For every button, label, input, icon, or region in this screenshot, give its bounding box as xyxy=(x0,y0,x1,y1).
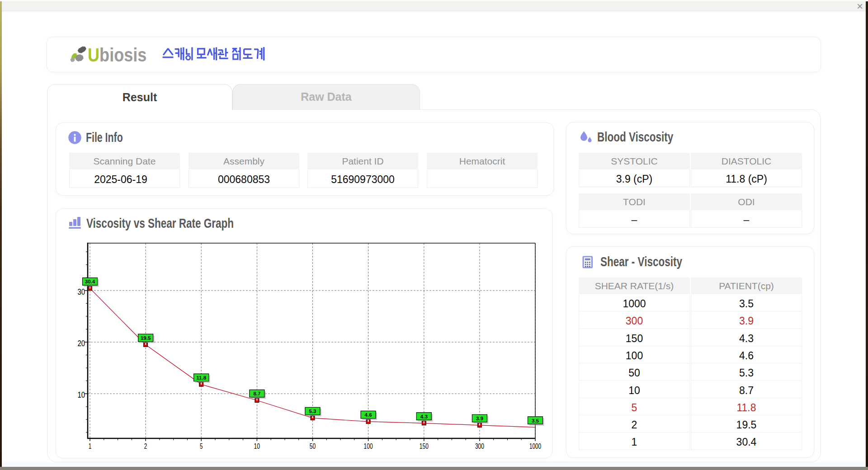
svg-text:3.5: 3.5 xyxy=(532,418,539,423)
svg-text:100: 100 xyxy=(364,442,373,451)
svg-text:20: 20 xyxy=(78,339,85,348)
svg-text:Ubiosis: Ubiosis xyxy=(88,44,146,66)
svg-text:30: 30 xyxy=(78,287,85,296)
svg-text:1000: 1000 xyxy=(529,442,541,451)
svg-text:19.5: 19.5 xyxy=(141,335,151,341)
svg-text:11.8: 11.8 xyxy=(196,375,206,381)
svg-text:30.4: 30.4 xyxy=(85,279,95,284)
svg-text:10: 10 xyxy=(78,390,85,400)
svg-text:50: 50 xyxy=(310,442,316,451)
svg-text:5: 5 xyxy=(200,442,203,451)
svg-text:3.9: 3.9 xyxy=(476,416,483,421)
svg-text:4.6: 4.6 xyxy=(365,412,372,418)
svg-text:2: 2 xyxy=(144,442,147,451)
svg-text:10: 10 xyxy=(254,442,260,451)
svg-text:1: 1 xyxy=(89,442,92,451)
svg-text:300: 300 xyxy=(475,442,484,451)
svg-text:8.7: 8.7 xyxy=(253,391,260,396)
svg-text:5.3: 5.3 xyxy=(309,409,316,414)
svg-text:4.3: 4.3 xyxy=(420,414,428,419)
svg-text:150: 150 xyxy=(420,442,429,451)
